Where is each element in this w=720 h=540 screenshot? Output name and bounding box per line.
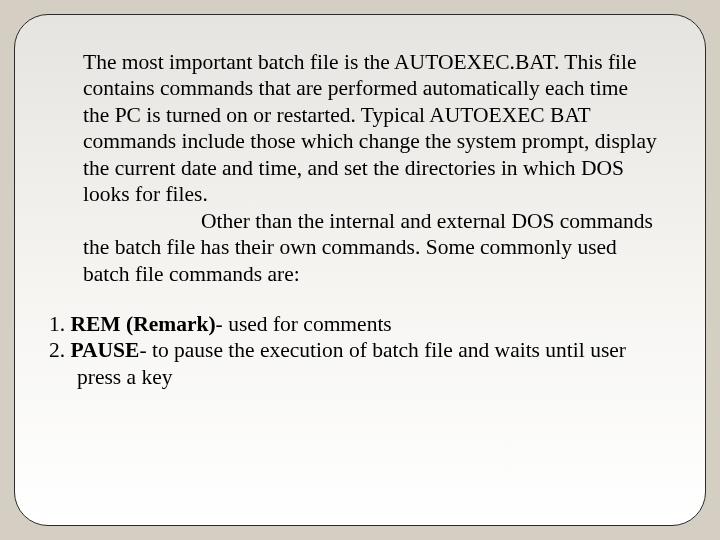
command-list: 1. REM (Remark)- used for comments 2. PA… bbox=[49, 311, 661, 390]
slide-card: The most important batch file is the AUT… bbox=[14, 14, 706, 526]
body-paragraph-1: The most important batch file is the AUT… bbox=[83, 50, 657, 206]
list-item: 1. REM (Remark)- used for comments bbox=[49, 311, 661, 337]
body-paragraph-2: Other than the internal and external DOS… bbox=[83, 209, 653, 286]
list-rest: - used for comments bbox=[216, 312, 392, 336]
body-paragraph-block: The most important batch file is the AUT… bbox=[83, 49, 659, 287]
list-number: 1. bbox=[49, 312, 71, 336]
spacer bbox=[49, 287, 661, 311]
list-bold: PAUSE bbox=[71, 338, 140, 362]
list-item: 2. PAUSE- to pause the execution of batc… bbox=[49, 337, 661, 390]
list-number: 2. bbox=[49, 338, 71, 362]
list-bold: REM (Remark) bbox=[71, 312, 216, 336]
list-rest: - to pause the execution of batch file a… bbox=[77, 338, 626, 388]
